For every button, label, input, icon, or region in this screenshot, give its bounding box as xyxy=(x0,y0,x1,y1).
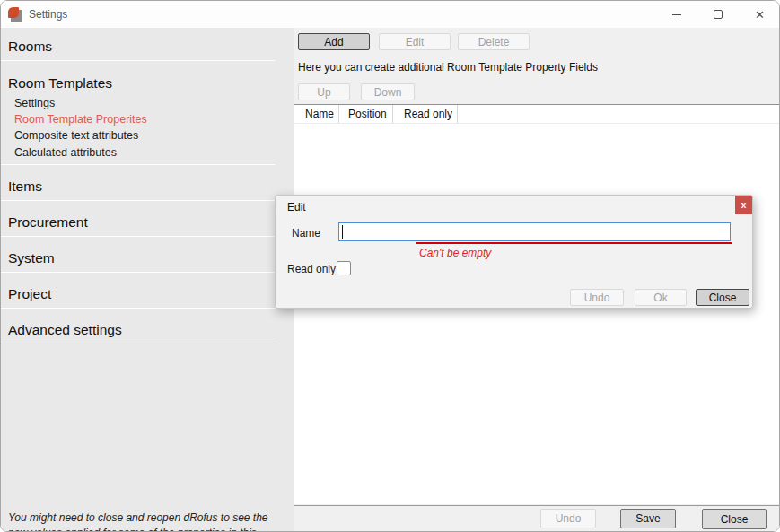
validation-underline xyxy=(416,242,732,244)
footer-close-button[interactable]: Close xyxy=(702,509,767,529)
column-header-read-only[interactable]: Read only xyxy=(393,105,458,123)
edit-dialog-close-button[interactable]: x xyxy=(735,196,752,214)
settings-sidebar: Rooms Room Templates Settings Room Templ… xyxy=(1,28,294,532)
text-caret xyxy=(342,225,343,239)
down-button[interactable]: Down xyxy=(361,83,415,100)
column-header-position[interactable]: Position xyxy=(339,105,393,123)
edit-button[interactable]: Edit xyxy=(379,33,451,50)
name-input[interactable] xyxy=(338,222,731,241)
delete-button[interactable]: Delete xyxy=(458,33,530,50)
drofus-app-icon xyxy=(8,7,22,22)
dialog-close-button[interactable]: Close xyxy=(696,289,749,306)
window-title: Settings xyxy=(29,8,67,21)
dialog-undo-button[interactable]: Undo xyxy=(570,289,624,306)
sidebar-subitem-calculated-attributes[interactable]: Calculated attributes xyxy=(14,146,117,159)
close-button[interactable]: ✕ xyxy=(739,1,780,28)
restart-note: You might need to close and reopen dRofu… xyxy=(8,510,277,532)
footer-undo-button[interactable]: Undo xyxy=(540,509,596,528)
maximize-button[interactable] xyxy=(697,1,739,28)
maximize-icon xyxy=(714,10,723,19)
sidebar-subitem-composite-text-attributes[interactable]: Composite text attributes xyxy=(14,129,138,142)
edit-dialog: Edit x Name Can't be empty Read only Und… xyxy=(275,195,753,309)
sidebar-item-items[interactable]: Items xyxy=(8,179,42,195)
read-only-checkbox[interactable] xyxy=(337,261,351,275)
validation-error-text: Can't be empty xyxy=(419,247,491,259)
titlebar: Settings ✕ xyxy=(1,1,779,28)
close-icon: ✕ xyxy=(755,9,765,21)
add-button[interactable]: Add xyxy=(298,33,370,50)
settings-window: Settings ✕ Rooms Room Templates Settings… xyxy=(0,0,780,532)
sidebar-item-system[interactable]: System xyxy=(8,250,55,266)
edit-dialog-close-icon: x xyxy=(741,200,747,210)
dialog-ok-button[interactable]: Ok xyxy=(635,289,687,306)
minimize-button[interactable] xyxy=(656,1,697,28)
sidebar-item-project[interactable]: Project xyxy=(8,286,51,302)
sidebar-subitem-room-template-properties[interactable]: Room Template Properites xyxy=(14,113,147,126)
sidebar-item-advanced-settings[interactable]: Advanced settings xyxy=(8,322,122,338)
minimize-icon xyxy=(672,14,681,15)
up-button[interactable]: Up xyxy=(298,83,350,100)
footer-save-button[interactable]: Save xyxy=(620,509,676,528)
read-only-label: Read only xyxy=(287,263,336,275)
edit-dialog-title: Edit xyxy=(287,201,306,214)
sidebar-item-room-templates[interactable]: Room Templates xyxy=(8,75,112,92)
name-label: Name xyxy=(292,227,320,240)
sidebar-subitem-settings[interactable]: Settings xyxy=(14,97,55,109)
table-header-row: Name Position Read only xyxy=(294,105,780,124)
panel-description: Here you can create additional Room Temp… xyxy=(298,61,598,74)
sidebar-item-procurement[interactable]: Procurement xyxy=(8,214,88,231)
column-header-name[interactable]: Name xyxy=(294,105,339,123)
sidebar-item-rooms[interactable]: Rooms xyxy=(8,39,52,55)
